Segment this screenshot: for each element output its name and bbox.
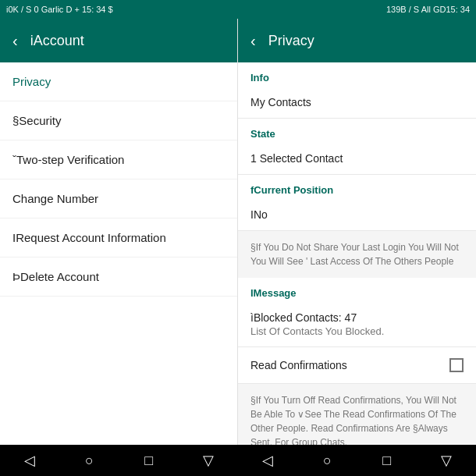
left-nav: Privacy §Security ˇTwo-step Verification… [0,62,237,445]
setting-selected-contact-label: 1 Selected Contact [250,152,464,165]
nav-item-change-number[interactable]: Change Number [0,179,237,218]
setting-position-label: INo [250,208,464,221]
setting-read-confirmations[interactable]: Read Confirmations [238,347,476,384]
status-right: 139B / S All GD15: 34 [386,5,470,14]
section-header-state: State [238,119,476,143]
nav-item-security[interactable]: §Security [0,101,237,140]
section-header-current-position: fCurrent Position [238,175,476,199]
read-confirmations-info-box: §If You Turn Off Read Confirmations, You… [238,384,476,445]
bottom-nav-right: ◁ ○ □ ▽ [238,445,476,476]
section-header-info: Info [238,62,476,87]
setting-blocked-contacts[interactable]: ìBlocked Contacts: 47 List Of Contacts Y… [238,302,476,347]
current-position-info-box: §If You Do Not Share Your Last Login You… [238,231,476,278]
blocked-contacts-sub: List Of Contacts You Blocked. [250,325,464,337]
nav-item-request-info[interactable]: IRequest Account Information [0,218,237,258]
nav-back-right[interactable]: ◁ [238,452,297,469]
nav-item-privacy[interactable]: Privacy [0,62,237,101]
right-panel: ‹ Privacy Info My Contacts State 1 Selec… [238,19,476,445]
nav-down-right[interactable]: ▽ [417,452,476,469]
left-panel: ‹ iAccount Privacy §Security ˇTwo-step V… [0,19,238,445]
read-confirmations-label: Read Confirmations [250,359,347,371]
bottom-nav-left: ◁ ○ □ ▽ [0,445,238,476]
nav-item-delete-account[interactable]: ÞDelete Account [0,258,237,297]
nav-back-left[interactable]: ◁ [0,452,59,469]
status-left: i0K / S 0 Garlic D + 15: 34 $ [6,5,113,14]
status-bar: i0K / S 0 Garlic D + 15: 34 $ 139B / S A… [0,0,476,19]
left-header: ‹ iAccount [0,19,237,62]
nav-square-left[interactable]: □ [119,453,179,469]
right-header: ‹ Privacy [238,19,476,62]
setting-current-position-value[interactable]: INo [238,199,476,231]
nav-square-right[interactable]: □ [357,453,417,469]
right-back-button[interactable]: ‹ [250,32,256,50]
setting-my-contacts-label: My Contacts [250,96,464,108]
setting-my-contacts[interactable]: My Contacts [238,87,476,119]
nav-item-two-step[interactable]: ˇTwo-step Verification [0,140,237,179]
bottom-nav: ◁ ○ □ ▽ ◁ ○ □ ▽ [0,445,476,476]
blocked-contacts-label: ìBlocked Contacts: 47 [250,311,464,324]
main-layout: ‹ iAccount Privacy §Security ˇTwo-step V… [0,19,476,445]
setting-selected-contact[interactable]: 1 Selected Contact [238,143,476,175]
section-header-message: IMessage [238,278,476,302]
nav-home-left[interactable]: ○ [59,453,119,469]
left-back-button[interactable]: ‹ [12,32,18,50]
nav-down-left[interactable]: ▽ [179,452,238,469]
read-confirmations-checkbox[interactable] [449,358,464,372]
left-panel-title: iAccount [30,33,84,49]
nav-home-right[interactable]: ○ [297,453,357,469]
right-panel-title: Privacy [268,33,314,49]
